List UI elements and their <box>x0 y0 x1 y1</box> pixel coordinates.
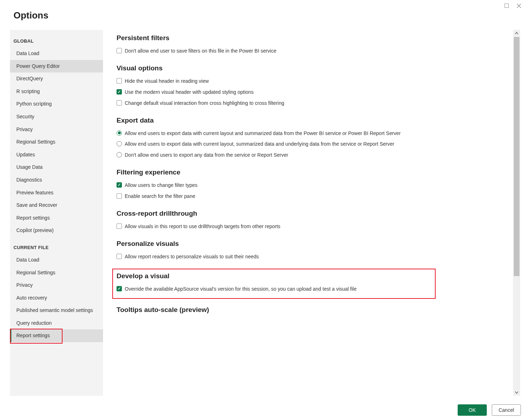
label-cross-report-drillthrough: Allow visuals in this report to use dril… <box>125 223 280 230</box>
main-content: Persistent filters Don't allow end user … <box>103 30 512 396</box>
sidebar: GLOBAL Data Load Power Query Editor Dire… <box>10 30 103 396</box>
checkbox-change-filter-types[interactable] <box>117 182 122 188</box>
heading-tooltips-auto-scale: Tooltips auto-scale (preview) <box>117 306 505 314</box>
label-change-filter-types: Allow users to change filter types <box>125 182 198 189</box>
label-export-none: Don't allow end users to export any data… <box>125 152 288 158</box>
radio-export-summarized[interactable] <box>117 130 122 136</box>
heading-filtering-experience: Filtering experience <box>117 168 505 176</box>
sidebar-item-regional-settings[interactable]: Regional Settings <box>10 136 103 149</box>
heading-visual-options: Visual options <box>117 64 505 72</box>
checkbox-dont-allow-save-filters[interactable] <box>117 48 122 53</box>
sidebar-item-python-scripting[interactable]: Python scripting <box>10 98 103 111</box>
sidebar-item-save-and-recover[interactable]: Save and Recover <box>10 199 103 212</box>
sidebar-item-cf-published-semantic-model[interactable]: Published semantic model settings <box>10 304 103 317</box>
sidebar-item-cf-regional-settings[interactable]: Regional Settings <box>10 266 103 279</box>
heading-develop-a-visual: Develop a visual <box>117 272 431 280</box>
sidebar-item-directquery[interactable]: DirectQuery <box>10 72 103 85</box>
checkbox-cross-filtering[interactable] <box>117 100 122 106</box>
vertical-scrollbar[interactable] <box>513 30 520 396</box>
checkbox-cross-report-drillthrough[interactable] <box>117 224 122 229</box>
scroll-up-icon[interactable] <box>513 30 520 37</box>
sidebar-item-power-query-editor[interactable]: Power Query Editor <box>10 60 103 73</box>
label-export-summarized: Allow end users to export data with curr… <box>125 130 401 137</box>
checkbox-personalize-visuals[interactable] <box>117 254 122 259</box>
sidebar-item-copilot-preview[interactable]: Copilot (preview) <box>10 224 103 237</box>
page-title: Options <box>14 10 48 21</box>
label-export-underlying: Allow end users to export data with curr… <box>125 141 394 147</box>
sidebar-item-data-load[interactable]: Data Load <box>10 47 103 60</box>
label-hide-visual-header: Hide the visual header in reading view <box>125 78 209 85</box>
checkbox-enable-filter-search[interactable] <box>117 193 122 199</box>
label-dont-allow-save-filters: Don't allow end user to save filters on … <box>125 48 276 54</box>
label-modern-visual-header: Use the modern visual header with update… <box>125 89 254 96</box>
highlight-annotation-develop: Develop a visual Override the available … <box>112 269 436 299</box>
close-button[interactable] <box>516 3 522 9</box>
scroll-track[interactable] <box>513 37 520 389</box>
heading-persistent-filters: Persistent filters <box>117 34 505 42</box>
checkbox-modern-visual-header[interactable] <box>117 89 122 95</box>
heading-cross-report-drillthrough: Cross-report drillthrough <box>117 210 505 217</box>
maximize-button[interactable] <box>504 3 510 9</box>
sidebar-item-cf-privacy[interactable]: Privacy <box>10 279 103 292</box>
cancel-button[interactable]: Cancel <box>492 404 521 416</box>
heading-export-data: Export data <box>117 117 505 124</box>
svg-rect-0 <box>505 4 509 8</box>
sidebar-item-updates[interactable]: Updates <box>10 149 103 161</box>
sidebar-item-cf-query-reduction[interactable]: Query reduction <box>10 317 103 330</box>
sidebar-item-r-scripting[interactable]: R scripting <box>10 85 103 98</box>
scroll-down-icon[interactable] <box>513 389 520 396</box>
sidebar-item-privacy[interactable]: Privacy <box>10 123 103 136</box>
sidebar-item-cf-report-settings[interactable]: Report settings <box>10 329 103 342</box>
sidebar-group-current-file: CURRENT FILE <box>10 241 103 254</box>
sidebar-item-cf-data-load[interactable]: Data Load <box>10 254 103 266</box>
sidebar-item-report-settings-global[interactable]: Report settings <box>10 212 103 225</box>
sidebar-item-usage-data[interactable]: Usage Data <box>10 161 103 174</box>
sidebar-item-diagnostics[interactable]: Diagnostics <box>10 174 103 187</box>
label-override-appsource-visual: Override the available AppSource visual'… <box>125 286 356 292</box>
label-enable-filter-search: Enable search for the filter pane <box>125 193 195 200</box>
sidebar-item-preview-features[interactable]: Preview features <box>10 187 103 199</box>
scroll-thumb[interactable] <box>514 37 519 276</box>
radio-export-none[interactable] <box>117 152 122 157</box>
ok-button[interactable]: OK <box>458 404 487 416</box>
checkbox-hide-visual-header[interactable] <box>117 78 122 84</box>
label-cross-filtering: Change default visual interaction from c… <box>125 100 284 107</box>
checkbox-override-appsource-visual[interactable] <box>117 286 122 291</box>
sidebar-item-security[interactable]: Security <box>10 111 103 123</box>
heading-personalize-visuals: Personalize visuals <box>117 240 505 248</box>
sidebar-item-cf-auto-recovery[interactable]: Auto recovery <box>10 292 103 305</box>
label-personalize-visuals: Allow report readers to personalize visu… <box>125 253 259 260</box>
sidebar-group-global: GLOBAL <box>10 34 103 47</box>
radio-export-underlying[interactable] <box>117 141 122 146</box>
